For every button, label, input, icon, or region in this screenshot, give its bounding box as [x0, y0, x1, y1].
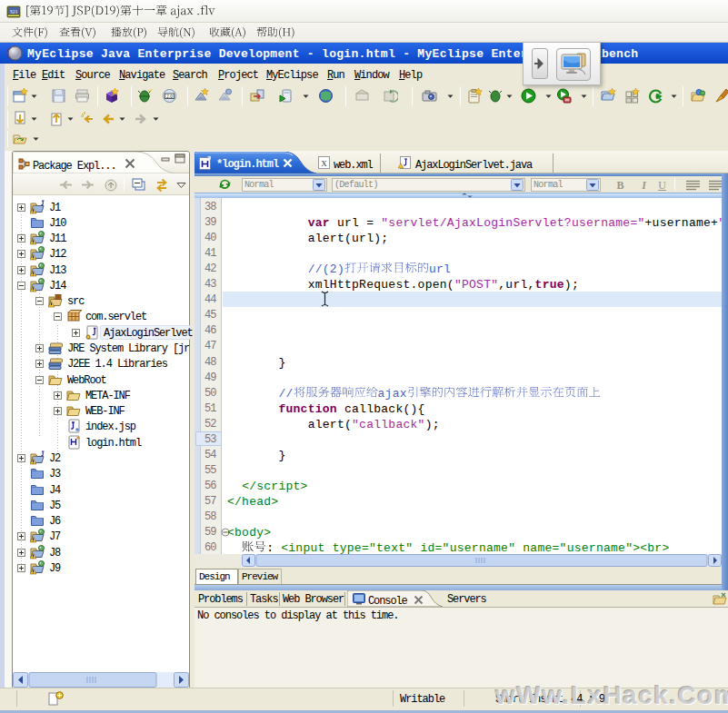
svg-text:G: G — [655, 93, 661, 101]
svg-text:2.0: 2.0 — [166, 94, 173, 99]
svg-text:X: X — [321, 159, 327, 168]
svg-text:321: 321 — [10, 9, 18, 15]
